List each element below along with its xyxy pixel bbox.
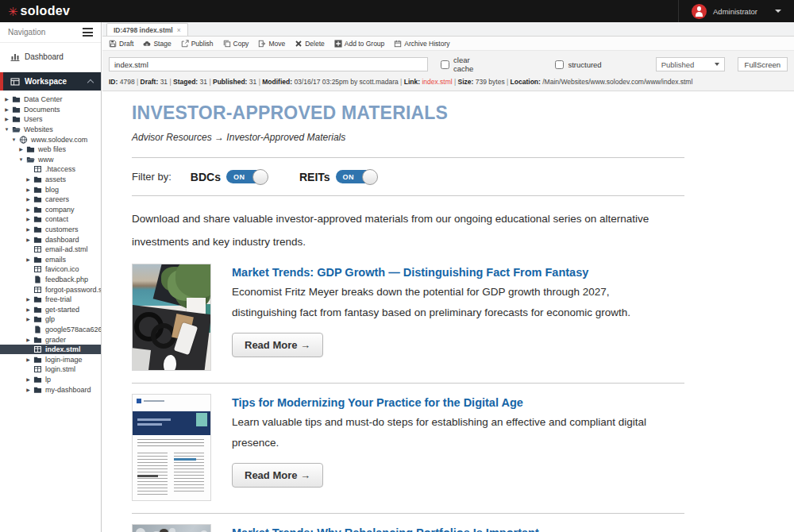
hamburger-icon[interactable] [83, 28, 93, 37]
meta-link[interactable]: index.stml [422, 78, 452, 86]
tree-item-my-dashboard[interactable]: ▶my-dashboard [0, 384, 101, 395]
collapse-arrow-icon[interactable]: ▼ [18, 157, 24, 162]
tree-item-documents[interactable]: ▶Documents [0, 105, 101, 115]
tree-item-login-image[interactable]: ▶login-image [0, 354, 101, 364]
tree-item-label: www.solodev.com [31, 136, 87, 144]
tree-item-get-started[interactable]: ▶get-started [0, 304, 101, 314]
tree-item-google578aca626febd25f-htm[interactable]: google578aca626febd25f.htm [0, 325, 101, 335]
fullscreen-button[interactable]: FullScreen [738, 57, 788, 71]
tree-item-favicon-ico[interactable]: favicon.ico [0, 264, 101, 275]
tree-item-assets[interactable]: ▶assets [0, 175, 101, 185]
expand-arrow-icon[interactable]: ▶ [18, 147, 24, 152]
tree-item-web-files[interactable]: ▶web files [0, 145, 101, 155]
collapse-arrow-icon[interactable]: ▼ [11, 137, 17, 142]
expand-arrow-icon[interactable]: ▶ [4, 97, 10, 102]
published-select[interactable]: Published [656, 57, 725, 71]
tree-item-free-trial[interactable]: ▶free-trial [0, 295, 101, 305]
tree-item-company[interactable]: ▶company [0, 205, 101, 215]
checkbox-input[interactable] [441, 60, 449, 69]
tree-item-websites[interactable]: ▼Websites [0, 125, 101, 135]
folder-icon [33, 305, 43, 314]
toggle-knob[interactable] [362, 169, 378, 185]
tree-item-contact[interactable]: ▶contact [0, 214, 101, 225]
tree-item-users[interactable]: ▶Users [0, 114, 101, 125]
tree-item-blog[interactable]: ▶blog [0, 184, 101, 195]
tab-close-icon[interactable]: × [177, 26, 181, 34]
expand-arrow-icon[interactable]: ▶ [25, 257, 31, 262]
tree-item-label: blog [45, 186, 59, 194]
toolbar-button-stage[interactable]: Stage [143, 40, 171, 48]
solodev-logo-text: solodev [21, 4, 71, 18]
tree-item-grader[interactable]: ▶grader [0, 334, 101, 345]
toolbar-button-archive-history[interactable]: Archive History [394, 40, 449, 48]
expand-arrow-icon[interactable]: ▶ [25, 187, 31, 192]
filter-name-bdcs: BDCs [191, 171, 221, 183]
tree-item-lp[interactable]: ▶lp [0, 375, 101, 385]
tree-item-dashboard[interactable]: ▶dashboard [0, 234, 101, 245]
toggle-reits[interactable]: ON [336, 170, 376, 183]
collapse-arrow-icon[interactable]: ▼ [4, 127, 10, 132]
folder-icon [33, 226, 43, 234]
clear-cache-checkbox[interactable]: clear cache [441, 56, 488, 73]
checkbox-input[interactable] [555, 60, 564, 69]
tree-item-emails[interactable]: ▶emails [0, 255, 101, 265]
tree-item-label: contact [45, 215, 68, 223]
article-image-stacked-stones[interactable] [132, 524, 211, 532]
toggle-bdcs[interactable]: ON [226, 170, 266, 183]
article-title-link[interactable]: Market Trends: GDP Growth — Distinguishi… [232, 266, 665, 279]
expand-arrow-icon[interactable]: ▶ [4, 117, 10, 121]
expand-arrow-icon[interactable]: ▶ [25, 177, 31, 182]
article-title-link[interactable]: Tips for Modernizing Your Practice for t… [232, 396, 665, 409]
toggle-knob[interactable] [252, 169, 268, 185]
expand-arrow-icon[interactable]: ▶ [25, 377, 31, 382]
tree-item-www-solodev-com[interactable]: ▼www.solodev.com [0, 134, 101, 145]
meta-value: 03/16/17 03:25pm by scott.madara [294, 78, 398, 86]
user-menu[interactable]: Administrator [678, 0, 786, 22]
expand-arrow-icon[interactable]: ▶ [25, 387, 31, 392]
toolbar-button-copy[interactable]: Copy [223, 40, 249, 48]
expand-arrow-icon[interactable]: ▶ [25, 227, 31, 232]
article-image-desk-scene[interactable] [132, 264, 211, 371]
tree-item-htaccess[interactable]: .htaccess [0, 164, 101, 175]
article-title-link[interactable]: Market Trends: Why Rebalancing Portfolio… [232, 526, 665, 532]
toolbar-button-draft[interactable]: Draft [109, 40, 133, 48]
expand-arrow-icon[interactable]: ▶ [25, 317, 31, 322]
tree-item-email-ad-stml[interactable]: email-ad.stml [0, 245, 101, 255]
search-input[interactable] [109, 57, 428, 71]
tab-active-index-stml[interactable]: ID:4798 index.stml × [106, 23, 188, 36]
expand-arrow-icon[interactable]: ▶ [25, 357, 31, 362]
tree-item-glp[interactable]: ▶glp [0, 314, 101, 325]
expand-arrow-icon[interactable]: ▶ [25, 237, 31, 242]
expand-arrow-icon[interactable]: ▶ [25, 307, 31, 312]
file-table-icon [33, 245, 43, 254]
solodev-logo[interactable]: ✳ solodev [8, 4, 70, 18]
expand-arrow-icon[interactable]: ▶ [25, 197, 31, 202]
tree-item-customers[interactable]: ▶customers [0, 225, 101, 235]
article-image-document-thumbnail[interactable] [132, 394, 211, 501]
expand-arrow-icon[interactable]: ▶ [25, 217, 31, 222]
read-more-button[interactable]: Read More → [232, 463, 323, 488]
read-more-button[interactable]: Read More → [232, 333, 323, 357]
tree-item-forgot-password-stml[interactable]: forgot-password.stml [0, 284, 101, 295]
tree-item-login-stml[interactable]: login.stml [0, 364, 101, 375]
folder-icon [33, 295, 43, 304]
sidebar-item-workspace[interactable]: Workspace [0, 72, 101, 91]
tree-item-www[interactable]: ▼www [0, 155, 101, 165]
toolbar-button-add-to-group[interactable]: Add to Group [334, 40, 385, 48]
tree-item-feedback-php[interactable]: feedback.php [0, 275, 101, 285]
file-solid-icon [33, 275, 43, 283]
toolbar-button-delete[interactable]: Delete [295, 40, 325, 48]
tree-item-careers[interactable]: ▶careers [0, 195, 101, 205]
expand-arrow-icon[interactable]: ▶ [25, 297, 31, 302]
toolbar-button-move[interactable]: Move [258, 40, 285, 48]
expand-arrow-icon[interactable]: ▶ [4, 107, 10, 112]
tree-item-index-stml[interactable]: index.stml [0, 345, 101, 355]
sidebar-item-dashboard[interactable]: Dashboard [0, 48, 101, 66]
tree-item-data-center[interactable]: ▶Data Center [0, 94, 101, 105]
toolbar-button-label: Draft [119, 40, 133, 48]
expand-arrow-icon[interactable]: ▶ [25, 207, 31, 212]
structured-checkbox[interactable]: structured [555, 60, 601, 69]
toolbar-button-publish[interactable]: Publish [181, 40, 214, 48]
expand-arrow-icon[interactable]: ▶ [25, 337, 31, 342]
filter-toggles: BDCsONREITsON [191, 170, 409, 183]
